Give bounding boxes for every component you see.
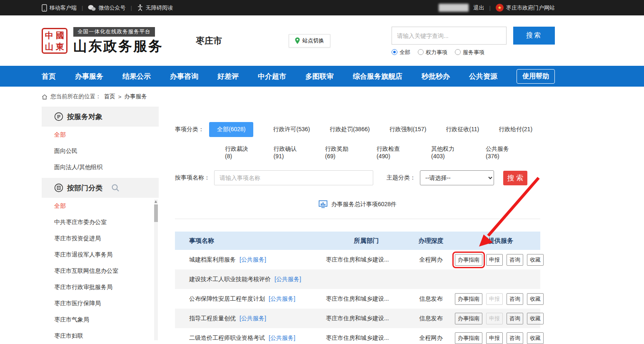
- consult-button[interactable]: 咨询: [507, 332, 523, 344]
- sidebar-item-dept[interactable]: 枣庄市投资促进局: [42, 230, 159, 247]
- guide-button[interactable]: 办事指南: [455, 313, 482, 324]
- sidebar-item-dept[interactable]: 枣庄市气象局: [42, 312, 159, 328]
- favorite-button[interactable]: 收藏: [527, 313, 544, 324]
- scope-radio-power[interactable]: 权力事项: [418, 49, 447, 56]
- category-tab[interactable]: 行政许可(536): [273, 126, 310, 133]
- logout-link[interactable]: 退出: [474, 4, 484, 12]
- nav-item-instant-approval[interactable]: 秒批秒办: [422, 72, 450, 81]
- sidebar-section-department: 按部门分类: [42, 178, 159, 198]
- item-depth: 全程网办: [407, 334, 455, 342]
- header-search-button[interactable]: 搜索: [513, 27, 555, 45]
- guide-button[interactable]: 办事指南: [455, 293, 482, 305]
- header-department: 所属部门: [326, 237, 407, 245]
- category-tab[interactable]: 公共服务(376): [486, 145, 520, 160]
- category-tab[interactable]: 行政给付(21): [499, 126, 532, 133]
- consult-button[interactable]: 咨询: [507, 313, 523, 324]
- help-button[interactable]: 使用帮助: [517, 69, 555, 84]
- breadcrumb-label: 您当前所在的位置：: [50, 93, 101, 100]
- category-tab[interactable]: 行政处罚(3866): [329, 126, 369, 133]
- scope-radio-service[interactable]: 服务事项: [455, 49, 484, 56]
- nav-item-flagship-store[interactable]: 综合服务旗舰店: [353, 72, 402, 81]
- guide-button[interactable]: 办事指南: [455, 254, 482, 266]
- sidebar-item-dept-all[interactable]: 全部: [42, 198, 159, 214]
- category-tab-all[interactable]: 全部(6028): [209, 122, 253, 137]
- item-depth: 信息发布: [407, 295, 455, 303]
- public-service-tag[interactable]: [公共服务]: [240, 256, 266, 264]
- category-tab[interactable]: 其他权力(403): [431, 145, 465, 160]
- portal-link[interactable]: ★ 枣庄市政府门户网站: [496, 4, 555, 12]
- nav-item-home[interactable]: 首页: [42, 72, 56, 81]
- sidebar-item-dept[interactable]: 枣庄市妇联: [42, 328, 159, 344]
- category-tab[interactable]: 行政确认(91): [274, 145, 305, 160]
- divider: |: [82, 5, 83, 11]
- favorite-button[interactable]: 收藏: [527, 254, 544, 266]
- item-department: 枣庄市住房和城乡建设...: [326, 295, 407, 303]
- top-utility-bar: 移动客户端 | 微信公众号 | 无障碍阅读 退出 | ★: [0, 0, 644, 15]
- sidebar-item-citizens[interactable]: 面向公民: [42, 143, 159, 159]
- table-row: 建设技术工人职业技能考核评价 [公共服务]: [175, 269, 540, 289]
- sidebar-item-dept[interactable]: 枣庄市退役军人事务局: [42, 247, 159, 263]
- nav-item-public-resources[interactable]: 公共资源: [469, 72, 497, 81]
- sidebar-item-dept[interactable]: 中共枣庄市委办公室: [42, 214, 159, 230]
- page-content: 按服务对象 全部 面向公民 面向法人/其他组织 按部门分类 全部 中共枣庄市委办…: [0, 107, 644, 344]
- site-switch-button[interactable]: 站点切换: [289, 34, 330, 47]
- category-label: 事项分类：: [175, 126, 204, 133]
- consult-button[interactable]: 咨询: [507, 254, 523, 266]
- category-tab[interactable]: 行政奖励(69): [325, 145, 356, 160]
- scope-radio-all[interactable]: 全部: [392, 49, 410, 56]
- nav-item-rating[interactable]: 好差评: [217, 72, 239, 81]
- sidebar-item-target-all[interactable]: 全部: [42, 127, 159, 143]
- scrollbar-up-arrow[interactable]: [155, 200, 157, 203]
- category-tab[interactable]: 行政检查(490): [377, 145, 411, 160]
- location-pin-icon: [295, 37, 300, 44]
- scrollbar-thumb[interactable]: [154, 204, 158, 222]
- public-service-tag[interactable]: [公共服务]: [275, 276, 301, 283]
- apply-button[interactable]: 申报: [486, 254, 503, 266]
- nav-item-services[interactable]: 办事服务: [75, 72, 103, 81]
- apply-button[interactable]: 申报: [486, 332, 503, 344]
- breadcrumb-home-link[interactable]: 首页: [104, 93, 115, 100]
- radio-selected-icon: [392, 49, 397, 55]
- divider: |: [489, 5, 491, 11]
- nav-item-consult[interactable]: 办事咨询: [170, 72, 198, 81]
- item-department: 枣庄市住房和城乡建设...: [326, 315, 407, 322]
- nav-item-agency-market[interactable]: 中介超市: [258, 72, 286, 81]
- category-tab[interactable]: 行政裁决(8): [225, 145, 253, 160]
- item-name-input[interactable]: [214, 170, 373, 185]
- nav-item-joint-review[interactable]: 多图联审: [305, 72, 334, 81]
- nav-item-results[interactable]: 结果公示: [122, 72, 151, 81]
- department-icon: [54, 183, 63, 192]
- category-tab[interactable]: 行政强制(157): [389, 126, 427, 133]
- sidebar-item-dept[interactable]: 枣庄市行政审批服务局: [42, 279, 159, 295]
- favorite-button[interactable]: 收藏: [527, 293, 544, 305]
- sidebar-item-dept[interactable]: 枣庄市医疗保障局: [42, 295, 159, 312]
- guide-button[interactable]: 办事指南: [455, 332, 482, 344]
- accessibility-link[interactable]: 无障碍阅读: [137, 4, 173, 12]
- seal-char: 國: [56, 30, 64, 41]
- sidebar-scrollbar[interactable]: [154, 199, 158, 340]
- sidebar-item-legal-persons[interactable]: 面向法人/其他组织: [42, 159, 159, 175]
- public-service-tag[interactable]: [公共服务]: [269, 295, 295, 303]
- item-name-label: 按事项名称：: [175, 174, 210, 182]
- category-filter-row2: 行政裁决(8) 行政确认(91) 行政奖励(69) 行政检查(490) 其他权力…: [175, 145, 540, 160]
- mobile-app-link[interactable]: 移动客户端: [42, 4, 77, 12]
- site-switch-label: 站点切换: [302, 37, 324, 45]
- public-service-tag[interactable]: [公共服务]: [240, 315, 266, 322]
- category-tab[interactable]: 行政征收(11): [446, 126, 479, 133]
- wechat-link[interactable]: 微信公众号: [88, 4, 125, 12]
- keyword-search-input[interactable]: [392, 27, 507, 45]
- consult-button[interactable]: 咨询: [507, 293, 523, 305]
- item-name: 公布保障性安居工程年度计划: [189, 295, 265, 303]
- sidebar-item-dept[interactable]: 枣庄市互联网信息办公室: [42, 263, 159, 279]
- bar-chart-icon: [319, 200, 327, 208]
- public-service-tag[interactable]: [公共服务]: [269, 334, 295, 342]
- department-search-icon[interactable]: [111, 184, 120, 192]
- department-list: 全部 中共枣庄市委办公室 枣庄市投资促进局 枣庄市退役军人事务局 枣庄市互联网信…: [42, 198, 159, 344]
- item-name: 指导工程质量创优: [189, 315, 236, 322]
- main-panel: 事项分类： 全部(6028) 行政许可(536) 行政处罚(3866) 行政强制…: [175, 107, 540, 344]
- topic-select[interactable]: --请选择--: [420, 170, 494, 185]
- shandong-seal-logo: 中 國 山 東: [42, 28, 67, 54]
- apply-button-disabled: 申报: [486, 293, 503, 305]
- favorite-button[interactable]: 收藏: [527, 332, 544, 344]
- item-search-button[interactable]: 搜 索: [503, 171, 527, 185]
